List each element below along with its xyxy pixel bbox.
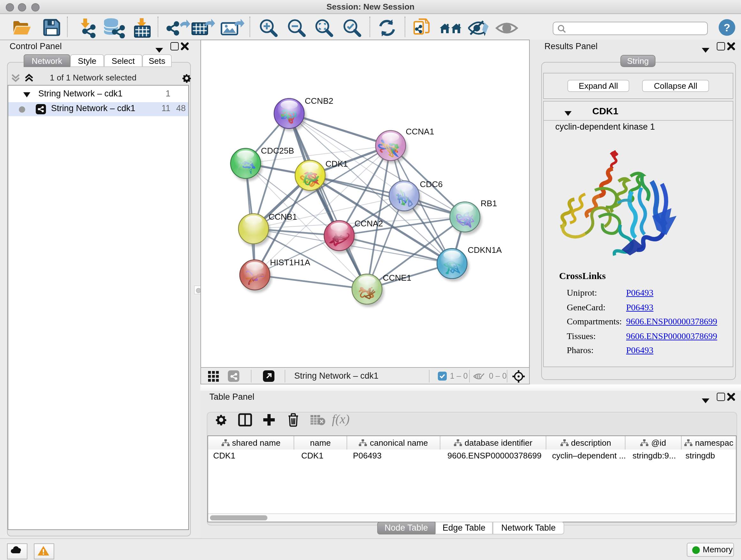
svg-text:CDKN1A: CDKN1A	[468, 245, 502, 255]
svg-text:CCNA2: CCNA2	[354, 219, 383, 228]
svg-text:RB1: RB1	[481, 199, 497, 208]
svg-text:CDC6: CDC6	[420, 179, 443, 189]
svg-text:CDK1: CDK1	[326, 159, 348, 169]
svg-text:?: ?	[724, 21, 731, 34]
svg-text:HIST1H1A: HIST1H1A	[270, 258, 311, 267]
svg-text:CCNB1: CCNB1	[268, 212, 297, 222]
svg-text:CCNB2: CCNB2	[305, 96, 333, 106]
svg-text:CDC25B: CDC25B	[261, 146, 294, 155]
svg-text:CCNA1: CCNA1	[406, 127, 434, 136]
svg-text:CCNE1: CCNE1	[383, 273, 411, 283]
